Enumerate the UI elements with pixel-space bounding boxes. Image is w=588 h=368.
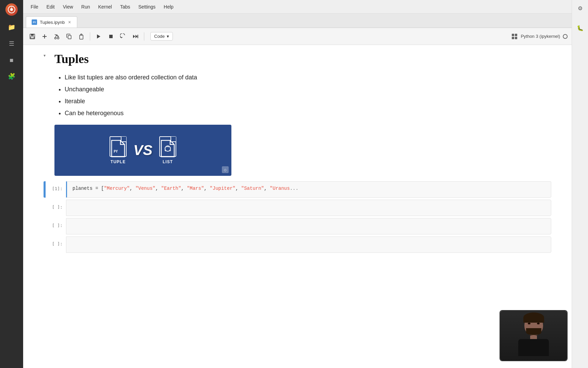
sidebar-folder-icon[interactable]: 📁 [7, 22, 16, 32]
menu-kernel[interactable]: Kernel [95, 3, 115, 11]
menu-help[interactable]: Help [160, 3, 177, 11]
sidebar-menu-icon[interactable]: ☰ [7, 39, 16, 48]
svg-rect-23 [515, 37, 517, 39]
cut-button[interactable] [52, 31, 62, 42]
tuple-side: PY TUPLE [110, 136, 127, 164]
copy-button[interactable] [64, 31, 74, 42]
bullet-item-3: Iterable [65, 97, 551, 106]
svg-text:PY: PY [114, 150, 118, 153]
svg-rect-14 [80, 35, 82, 35]
svg-rect-13 [80, 35, 83, 39]
vs-text: VS [133, 142, 152, 158]
notebook-title: Tuples [54, 52, 551, 66]
code-cell-3: [ ]: [44, 218, 551, 234]
svg-point-8 [58, 37, 59, 39]
code-input-4[interactable] [66, 236, 551, 253]
svg-rect-12 [68, 35, 71, 39]
save-button[interactable] [27, 31, 37, 42]
code-input-2[interactable] [66, 200, 551, 216]
svg-rect-21 [515, 34, 517, 36]
paste-button[interactable] [76, 31, 86, 42]
toolbar-separator-1 [90, 32, 90, 41]
sidebar-stop-icon[interactable]: ◼ [7, 55, 16, 65]
restart-button[interactable] [118, 31, 128, 42]
app-logo [5, 3, 18, 16]
menu-bar: File Edit View Run Kernel Tabs Settings … [23, 0, 572, 14]
sidebar-extensions-icon[interactable]: 🧩 [7, 72, 16, 81]
main-area: File Edit View Run Kernel Tabs Settings … [23, 0, 572, 368]
kernel-name-label: Python 3 (ipykernel) [521, 34, 560, 39]
bullet-item-4: Can be heterogenous [65, 109, 551, 118]
tab-favicon: PY [32, 19, 37, 25]
svg-marker-17 [133, 35, 135, 38]
cell-label-2: [ ]: [46, 200, 66, 216]
webcam-person [500, 311, 567, 361]
notebook-content: ▾ Tuples Like list tuples are also order… [23, 45, 572, 368]
extensions-icon [511, 33, 518, 40]
svg-rect-3 [31, 34, 34, 36]
list-side: LIST [159, 136, 176, 164]
markdown-cell: ▾ Tuples Like list tuples are also order… [44, 52, 551, 176]
notebook-tab[interactable]: PY Tuples.ipynb × [26, 16, 77, 28]
right-sidebar: ⚙ 🐛 [572, 0, 588, 368]
cell-collapse-indicator: ▾ [44, 52, 50, 176]
fast-forward-button[interactable] [130, 31, 141, 42]
tab-close-button[interactable]: × [67, 19, 71, 25]
svg-marker-15 [97, 34, 100, 39]
collapse-arrow-icon[interactable]: ▾ [44, 53, 46, 58]
bullet-item-2: Unchangeable [65, 85, 551, 94]
menu-settings[interactable]: Settings [135, 3, 159, 11]
webcam-overlay [500, 310, 568, 361]
list-file-icon [159, 136, 176, 157]
toolbar: Code ▾ Python 3 (ipykernel) [23, 28, 572, 45]
dropdown-arrow-icon: ▾ [167, 34, 169, 39]
kernel-status-indicator [563, 34, 568, 39]
settings-icon[interactable]: ⚙ [575, 3, 585, 13]
cell-label-4: [ ]: [46, 236, 66, 253]
add-cell-button[interactable] [39, 31, 50, 42]
code-input-3[interactable] [66, 218, 551, 234]
image-badge: ◇ [222, 166, 229, 173]
tuple-label: TUPLE [111, 159, 126, 164]
svg-rect-19 [137, 35, 138, 38]
menu-run[interactable]: Run [78, 3, 94, 11]
svg-rect-16 [109, 35, 113, 38]
tab-bar: PY Tuples.ipynb × [23, 14, 572, 28]
kernel-info: Python 3 (ipykernel) [511, 33, 568, 40]
tuple-file-icon: PY [110, 136, 127, 157]
tab-title: Tuples.ipynb [40, 20, 65, 25]
list-label: LIST [163, 159, 173, 164]
code-cell-1: [1]: planets = ["Mercury", "Venus", "Ear… [44, 181, 551, 198]
left-sidebar: 📁 ☰ ◼ 🧩 [0, 0, 23, 368]
svg-marker-18 [135, 35, 137, 38]
cell-label-1: [1]: [46, 181, 66, 198]
toolbar-separator-2 [144, 32, 144, 41]
bullet-item-1: Like list tuples are also ordered collec… [65, 73, 551, 82]
run-button[interactable] [94, 31, 104, 42]
code-var-planets: planets [72, 186, 93, 191]
menu-edit[interactable]: Edit [43, 3, 58, 11]
menu-file[interactable]: File [27, 3, 42, 11]
cell-type-label: Code [154, 34, 165, 39]
code-cell-4: [ ]: [44, 236, 551, 253]
debug-icon[interactable]: 🐛 [575, 23, 585, 33]
svg-rect-22 [512, 37, 514, 39]
code-cell-2: [ ]: [44, 200, 551, 216]
tuple-vs-list-image: PY TUPLE VS [54, 125, 231, 176]
stop-button[interactable] [106, 31, 116, 42]
menu-tabs[interactable]: Tabs [117, 3, 134, 11]
svg-rect-20 [512, 34, 514, 36]
cell-label-3: [ ]: [46, 218, 66, 234]
code-input-1[interactable]: planets = ["Mercury", "Venus", "Earth", … [66, 181, 551, 198]
cell-type-dropdown[interactable]: Code ▾ [150, 32, 173, 41]
svg-rect-4 [31, 37, 34, 39]
markdown-content: Tuples Like list tuples are also ordered… [54, 52, 551, 176]
bullet-list: Like list tuples are also ordered collec… [54, 73, 551, 118]
menu-view[interactable]: View [60, 3, 77, 11]
svg-point-7 [55, 37, 56, 39]
